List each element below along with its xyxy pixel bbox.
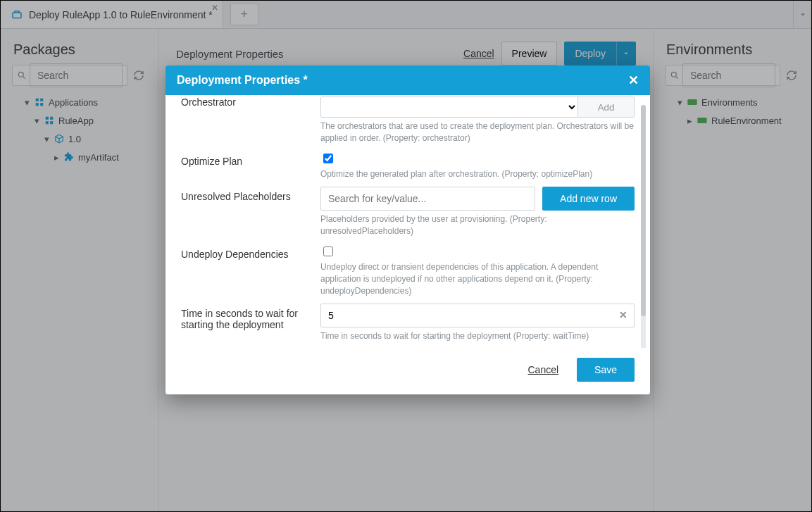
add-new-row-button[interactable]: Add new row: [542, 187, 635, 211]
row-placeholders: Unresolved Placeholders Add new row Plac…: [181, 187, 635, 237]
optimize-checkbox[interactable]: [323, 154, 333, 163]
label-undeploy: Undeploy Dependencies: [181, 244, 320, 260]
help-optimize: Optimize the generated plan after orches…: [320, 168, 635, 180]
modal-title-text: Deployment Properties *: [177, 74, 308, 87]
orchestrator-select-group: Add: [320, 96, 635, 118]
undeploy-checkbox[interactable]: [323, 246, 333, 256]
modal-titlebar: Deployment Properties * ✕: [165, 65, 650, 95]
label-placeholders: Unresolved Placeholders: [181, 187, 320, 202]
close-icon[interactable]: ✕: [628, 73, 639, 88]
modal-footer: Cancel Save: [165, 348, 650, 394]
save-button[interactable]: Save: [577, 358, 635, 382]
help-wait-time: Time in seconds to wait for starting the…: [320, 330, 635, 342]
orchestrator-select[interactable]: [320, 96, 578, 118]
label-orchestrator: Orchestrator: [181, 96, 320, 108]
row-optimize: Optimize Plan Optimize the generated pla…: [181, 151, 635, 180]
placeholders-search-input[interactable]: [320, 187, 535, 211]
row-wait-time: Time in seconds to wait for starting the…: [181, 304, 635, 342]
row-orchestrator: Orchestrator Add The orchestrators that …: [181, 96, 635, 144]
help-orchestrator: The orchestrators that are used to creat…: [320, 120, 635, 144]
label-wait-time: Time in seconds to wait for starting the…: [181, 304, 320, 330]
modal-body: Orchestrator Add The orchestrators that …: [165, 95, 650, 348]
label-optimize: Optimize Plan: [181, 151, 320, 167]
scrollbar-thumb[interactable]: [641, 105, 646, 316]
deployment-properties-modal: Deployment Properties * ✕ Orchestrator A…: [165, 65, 650, 394]
wait-time-input[interactable]: [320, 304, 635, 327]
clear-icon[interactable]: ✕: [619, 309, 627, 320]
help-placeholders: Placeholders provided by the user at pro…: [320, 213, 635, 237]
help-undeploy: Undeploy direct or transient dependencie…: [320, 261, 635, 296]
orchestrator-add-button[interactable]: Add: [578, 96, 635, 118]
modal-cancel-link[interactable]: Cancel: [527, 364, 558, 375]
row-undeploy: Undeploy Dependencies Undeploy direct or…: [181, 244, 635, 296]
